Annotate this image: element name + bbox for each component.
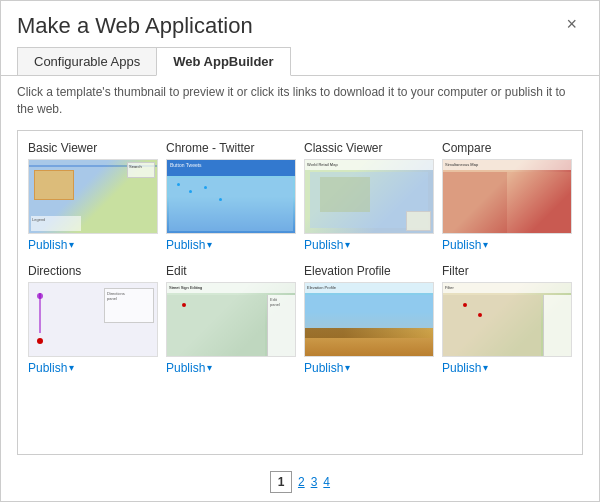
- app-name: Basic Viewer: [28, 141, 158, 155]
- publish-arrow-icon: ▾: [207, 362, 212, 373]
- apps-grid-container: Basic Viewer Search Legend Publish▾Chrom…: [17, 130, 583, 455]
- publish-label: Publish: [28, 361, 67, 375]
- close-button[interactable]: ×: [560, 13, 583, 35]
- app-name: Directions: [28, 264, 158, 278]
- publish-link[interactable]: Publish▾: [28, 238, 158, 252]
- page-link[interactable]: 4: [323, 475, 330, 489]
- app-thumbnail[interactable]: Filter: [442, 282, 572, 357]
- publish-label: Publish: [28, 238, 67, 252]
- app-thumbnail[interactable]: Elevation Profile: [304, 282, 434, 357]
- list-item: Edit Street Sign Editing Editpanel Publi…: [166, 264, 296, 375]
- publish-link[interactable]: Publish▾: [166, 238, 296, 252]
- tab-configurable-apps[interactable]: Configurable Apps: [17, 47, 156, 76]
- publish-arrow-icon: ▾: [69, 362, 74, 373]
- publish-link[interactable]: Publish▾: [28, 361, 158, 375]
- publish-label: Publish: [166, 238, 205, 252]
- publish-arrow-icon: ▾: [345, 362, 350, 373]
- app-thumbnail[interactable]: Simultaneous Map: [442, 159, 572, 234]
- app-thumbnail[interactable]: Directionspanel: [28, 282, 158, 357]
- publish-link[interactable]: Publish▾: [442, 238, 572, 252]
- pagination: 1234: [1, 463, 599, 501]
- publish-link[interactable]: Publish▾: [304, 238, 434, 252]
- list-item: Classic Viewer World Retail Map Publish▾: [304, 141, 434, 252]
- list-item: Filter Filter Publish▾: [442, 264, 572, 375]
- publish-label: Publish: [304, 361, 343, 375]
- publish-arrow-icon: ▾: [207, 239, 212, 250]
- publish-label: Publish: [304, 238, 343, 252]
- list-item: Chrome - Twitter Button Tweets Publish▾: [166, 141, 296, 252]
- publish-label: Publish: [442, 361, 481, 375]
- publish-arrow-icon: ▾: [345, 239, 350, 250]
- app-name: Edit: [166, 264, 296, 278]
- list-item: Directions Directionspanel Publish▾: [28, 264, 158, 375]
- app-thumbnail[interactable]: Street Sign Editing Editpanel: [166, 282, 296, 357]
- page-current: 1: [270, 471, 292, 493]
- list-item: Elevation Profile Elevation Profile Publ…: [304, 264, 434, 375]
- dialog: Make a Web Application × Configurable Ap…: [0, 0, 600, 502]
- app-thumbnail[interactable]: World Retail Map: [304, 159, 434, 234]
- publish-label: Publish: [166, 361, 205, 375]
- app-name: Classic Viewer: [304, 141, 434, 155]
- app-thumbnail[interactable]: Button Tweets: [166, 159, 296, 234]
- tab-web-appbuilder[interactable]: Web AppBuilder: [156, 47, 290, 76]
- publish-arrow-icon: ▾: [483, 239, 488, 250]
- dialog-title: Make a Web Application: [17, 13, 253, 39]
- publish-arrow-icon: ▾: [69, 239, 74, 250]
- page-link[interactable]: 3: [311, 475, 318, 489]
- publish-label: Publish: [442, 238, 481, 252]
- list-item: Compare Simultaneous Map Publish▾: [442, 141, 572, 252]
- list-item: Basic Viewer Search Legend Publish▾: [28, 141, 158, 252]
- page-link[interactable]: 2: [298, 475, 305, 489]
- app-name: Elevation Profile: [304, 264, 434, 278]
- publish-link[interactable]: Publish▾: [166, 361, 296, 375]
- description-text: Click a template's thumbnail to preview …: [1, 76, 599, 126]
- app-thumbnail[interactable]: Search Legend: [28, 159, 158, 234]
- publish-link[interactable]: Publish▾: [442, 361, 572, 375]
- dialog-header: Make a Web Application ×: [1, 1, 599, 47]
- tab-bar: Configurable Apps Web AppBuilder: [1, 47, 599, 76]
- app-name: Filter: [442, 264, 572, 278]
- publish-arrow-icon: ▾: [483, 362, 488, 373]
- app-name: Chrome - Twitter: [166, 141, 296, 155]
- publish-link[interactable]: Publish▾: [304, 361, 434, 375]
- apps-grid: Basic Viewer Search Legend Publish▾Chrom…: [28, 141, 572, 375]
- app-name: Compare: [442, 141, 572, 155]
